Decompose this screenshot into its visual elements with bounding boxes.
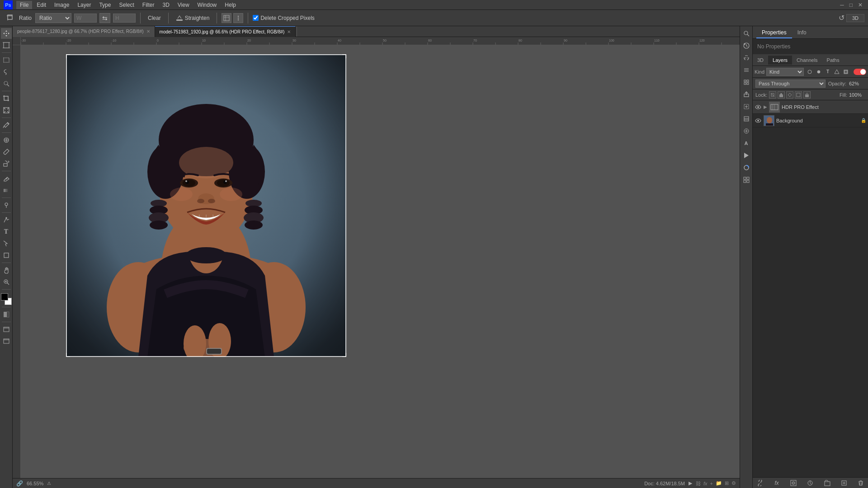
artboard-tool[interactable]: [1, 40, 12, 51]
lock-pixels-icon[interactable]: [778, 91, 785, 99]
menu-view[interactable]: View: [174, 1, 193, 9]
layer-background[interactable]: Background 🔒: [753, 114, 868, 127]
layer-group-hdr[interactable]: ▶ HDR PRO Effect: [753, 100, 868, 114]
layer-visibility-bg[interactable]: [755, 117, 762, 124]
crop-width-input[interactable]: [74, 14, 97, 23]
add-layer-icon[interactable]: +: [710, 481, 713, 486]
menu-window[interactable]: Window: [194, 1, 221, 9]
add-layer-button[interactable]: [840, 479, 849, 488]
link-layers-button[interactable]: [755, 479, 764, 488]
ratio-select[interactable]: Ratio1:14:316:9Custom: [35, 13, 71, 23]
tab-layers[interactable]: Layers: [768, 56, 792, 65]
delete-layer-button[interactable]: [856, 479, 865, 488]
tab-paths[interactable]: Paths: [822, 56, 844, 65]
menu-select[interactable]: Select: [115, 1, 137, 9]
brush-tool[interactable]: [1, 146, 12, 157]
filter-adjustment-icon[interactable]: [815, 68, 823, 76]
crop-height-input[interactable]: [113, 14, 136, 23]
rect-marquee-tool[interactable]: [1, 55, 12, 66]
filter-pixel-icon[interactable]: [806, 68, 814, 76]
lasso-tool[interactable]: [1, 66, 12, 77]
overlay-options-button[interactable]: [222, 13, 231, 23]
menu-3d[interactable]: 3D: [159, 1, 173, 9]
filter-toggle[interactable]: [854, 69, 866, 75]
window-close[interactable]: ✕: [856, 2, 864, 8]
filter-type-icon[interactable]: T: [824, 68, 832, 76]
group-collapse-hdr[interactable]: ▶: [764, 104, 767, 109]
settings-icon[interactable]: ⚙: [731, 480, 736, 486]
tab-1[interactable]: people-875617_1280.jpg @ 66.7% (HDR PRO …: [13, 26, 155, 37]
menu-help[interactable]: Help: [221, 1, 240, 9]
canvas-image[interactable]: [66, 54, 346, 357]
clear-button[interactable]: Clear: [145, 14, 164, 22]
properties-panel-icon[interactable]: [741, 65, 752, 75]
fx-label[interactable]: fx: [703, 481, 708, 486]
tab-2-close[interactable]: ✕: [287, 29, 291, 34]
crop-tool-options-icon[interactable]: [4, 12, 16, 24]
menu-layer[interactable]: Layer: [74, 1, 94, 9]
add-style-button[interactable]: fx: [772, 479, 781, 488]
lock-artboard-icon[interactable]: [795, 91, 802, 99]
lock-position-icon[interactable]: [786, 91, 793, 99]
tab-2[interactable]: model-751983_1920.jpg @ 66.6% (HDR PRO E…: [155, 26, 296, 37]
path-select-tool[interactable]: [1, 238, 12, 249]
more-status-icon[interactable]: ▶: [689, 480, 692, 486]
pen-tool[interactable]: [1, 215, 12, 225]
delete-cropped-pixels-checkbox[interactable]: [253, 15, 259, 21]
filter-shape-icon[interactable]: [833, 68, 841, 76]
zoom-tool[interactable]: [1, 277, 12, 287]
add-group-button[interactable]: [823, 479, 832, 488]
tab-3d[interactable]: 3D: [753, 56, 768, 65]
lock-all-icon[interactable]: [803, 91, 811, 99]
lock-transparency-icon[interactable]: [769, 91, 776, 99]
tab-channels[interactable]: Channels: [792, 56, 822, 65]
menu-edit[interactable]: Edit: [33, 1, 50, 9]
shape-tool[interactable]: [1, 250, 12, 261]
history-panel-icon[interactable]: [741, 40, 752, 51]
menu-type[interactable]: Type: [95, 1, 114, 9]
dodge-tool[interactable]: [1, 200, 12, 211]
healing-brush-tool[interactable]: [1, 135, 12, 145]
menu-file[interactable]: File: [16, 1, 32, 9]
grid-icon[interactable]: ⊞: [725, 480, 729, 486]
frame-tool[interactable]: [1, 105, 12, 116]
type-tool[interactable]: T: [1, 226, 12, 237]
canvas-viewport[interactable]: [21, 45, 740, 478]
layer-visibility-hdr[interactable]: [755, 103, 762, 111]
history-state-icon[interactable]: [741, 113, 752, 124]
hand-tool[interactable]: [1, 265, 12, 276]
clone-stamp-tool[interactable]: [1, 158, 12, 169]
timeline-grid-icon[interactable]: [741, 174, 752, 185]
filter-smartobject-icon[interactable]: [842, 68, 850, 76]
quick-select-tool[interactable]: [1, 78, 12, 89]
eraser-tool[interactable]: [1, 173, 12, 184]
patch-panel-icon[interactable]: [741, 126, 752, 136]
delete-cropped-pixels-checkbox-label[interactable]: Delete Cropped Pixels: [253, 15, 314, 21]
color-wheel-icon[interactable]: [741, 162, 752, 173]
blend-mode-select[interactable]: Pass ThroughNormalDissolveDarkenMultiply…: [755, 80, 826, 88]
swap-dimensions-button[interactable]: ⇆: [99, 13, 110, 23]
extra-tools[interactable]: [1, 336, 12, 347]
window-maximize[interactable]: □: [848, 2, 854, 8]
gradient-tool[interactable]: [1, 185, 12, 196]
move-tool[interactable]: [1, 28, 12, 39]
text-ai-icon[interactable]: A: [741, 138, 752, 149]
window-minimize[interactable]: ─: [838, 2, 846, 8]
kind-select[interactable]: Kind: [766, 68, 804, 76]
adjustments-panel-icon[interactable]: [741, 52, 752, 63]
libraries-panel-icon[interactable]: [741, 77, 752, 88]
search-panel-icon[interactable]: [741, 28, 752, 39]
quick-mask-toggle[interactable]: [1, 309, 12, 320]
straighten-button[interactable]: Straighten: [173, 14, 212, 23]
screen-mode-toggle[interactable]: [1, 324, 12, 335]
selection-panel-icon[interactable]: [741, 101, 752, 112]
foreground-color-swatch[interactable]: [1, 293, 8, 300]
options-menu-button[interactable]: [233, 13, 243, 23]
actions-panel-icon[interactable]: [741, 150, 752, 161]
add-mask-button[interactable]: [789, 479, 798, 488]
properties-tab[interactable]: Properties: [756, 28, 792, 38]
folder-icon[interactable]: 📁: [716, 480, 722, 486]
info-tab[interactable]: Info: [792, 28, 812, 38]
crop-tool[interactable]: [1, 93, 12, 104]
chain-icon[interactable]: ⛓: [696, 481, 701, 486]
